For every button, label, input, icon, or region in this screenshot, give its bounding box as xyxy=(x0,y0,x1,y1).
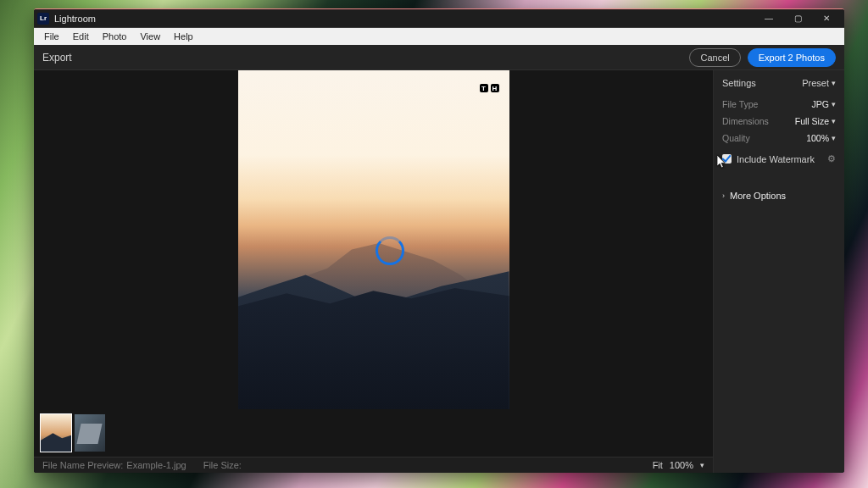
loading-spinner-icon xyxy=(376,236,404,265)
app-title: Lightroom xyxy=(54,14,96,24)
include-watermark-checkbox[interactable] xyxy=(722,154,732,164)
close-button[interactable]: ✕ xyxy=(812,9,841,28)
status-bar: File Name Preview: Example-1.jpg File Si… xyxy=(34,457,713,473)
chevron-down-icon[interactable]: ▾ xyxy=(700,461,704,469)
watermark-overlay: T H xyxy=(480,84,499,92)
filetype-value: JPG xyxy=(812,99,829,109)
include-watermark-label: Include Watermark xyxy=(737,154,815,164)
mountain-layer-front xyxy=(238,280,509,409)
toolbar-title: Export xyxy=(42,52,72,64)
filename-preview-value: Example-1.jpg xyxy=(126,460,186,470)
chevron-down-icon: ▾ xyxy=(832,79,836,87)
dimensions-dropdown[interactable]: Full Size ▾ xyxy=(795,116,836,126)
chevron-down-icon: ▾ xyxy=(832,117,836,125)
gear-icon[interactable]: ⚙ xyxy=(827,153,836,164)
quality-dropdown[interactable]: 100% ▾ xyxy=(806,133,836,143)
body-area: T H File Name xyxy=(34,70,844,473)
export-toolbar: Export Cancel Export 2 Photos xyxy=(34,45,844,70)
settings-header: Settings xyxy=(722,78,756,88)
preset-label: Preset xyxy=(802,78,829,88)
chevron-down-icon: ▾ xyxy=(832,100,836,108)
dimensions-value: Full Size xyxy=(795,116,829,126)
menu-edit[interactable]: Edit xyxy=(66,30,96,43)
watermark-chip-h: H xyxy=(491,84,499,92)
filesize-label: File Size: xyxy=(203,460,242,470)
cancel-button[interactable]: Cancel xyxy=(689,48,740,67)
fit-label[interactable]: Fit xyxy=(653,460,663,470)
chevron-right-icon: › xyxy=(722,191,725,200)
preview-area: T H xyxy=(34,70,713,409)
menu-view[interactable]: View xyxy=(133,30,167,43)
more-options-row[interactable]: › More Options xyxy=(714,183,844,208)
maximize-button[interactable]: ▢ xyxy=(783,9,812,28)
app-window: Lr Lightroom — ▢ ✕ File Edit Photo View … xyxy=(34,8,844,473)
filmstrip xyxy=(34,409,713,457)
export-button[interactable]: Export 2 Photos xyxy=(748,48,836,67)
dimensions-label: Dimensions xyxy=(722,116,769,126)
settings-panel: Settings Preset ▾ File Type JPG ▾ Dimens… xyxy=(714,70,844,473)
preset-dropdown[interactable]: Preset ▾ xyxy=(802,78,836,88)
filename-preview-label: File Name Preview: xyxy=(42,460,123,470)
window-controls: — ▢ ✕ xyxy=(754,9,841,28)
app-icon: Lr xyxy=(37,13,49,25)
menu-photo[interactable]: Photo xyxy=(96,30,134,43)
watermark-chip-t: T xyxy=(480,84,488,92)
menu-bar: File Edit Photo View Help xyxy=(34,28,844,45)
minimize-button[interactable]: — xyxy=(754,9,783,28)
filetype-dropdown[interactable]: JPG ▾ xyxy=(812,99,836,109)
filetype-label: File Type xyxy=(722,99,758,109)
preview-photo[interactable]: T H xyxy=(238,70,509,409)
thumbnail-1[interactable] xyxy=(41,414,71,452)
title-bar: Lr Lightroom — ▢ ✕ xyxy=(34,9,844,28)
thumbnail-2[interactable] xyxy=(75,414,105,452)
zoom-value[interactable]: 100% xyxy=(670,460,693,470)
left-pane: T H File Name xyxy=(34,70,714,473)
menu-help[interactable]: Help xyxy=(167,30,200,43)
quality-value: 100% xyxy=(806,133,829,143)
chevron-down-icon: ▾ xyxy=(832,134,836,142)
quality-label: Quality xyxy=(722,133,750,143)
menu-file[interactable]: File xyxy=(37,30,66,43)
more-options-label: More Options xyxy=(730,191,786,201)
desktop-background: Lr Lightroom — ▢ ✕ File Edit Photo View … xyxy=(0,0,868,488)
